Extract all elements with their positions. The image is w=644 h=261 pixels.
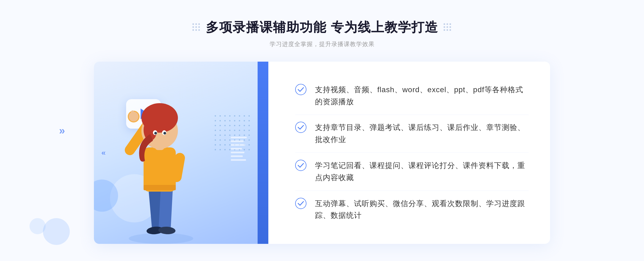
svg-rect-6 bbox=[144, 185, 176, 190]
check-icon-3 bbox=[295, 160, 306, 171]
svg-point-17 bbox=[163, 132, 166, 135]
check-icon-1 bbox=[295, 84, 306, 95]
svg-point-16 bbox=[154, 132, 157, 135]
features-list: 支持视频、音频、flash、word、excel、ppt、pdf等各种格式的资源… bbox=[268, 62, 550, 244]
feature-text-1: 支持视频、音频、flash、word、excel、ppt、pdf等各种格式的资源… bbox=[315, 84, 529, 108]
divider-1 bbox=[295, 115, 529, 115]
human-figure-illustration bbox=[115, 88, 207, 244]
left-illustration: « bbox=[94, 62, 268, 244]
feature-text-2: 支持章节目录、弹题考试、课后练习、课后作业、章节测验、批改作业 bbox=[315, 122, 529, 146]
main-content-card: « bbox=[94, 62, 550, 244]
divider-3 bbox=[295, 191, 529, 191]
left-dots-decoration bbox=[192, 23, 200, 31]
page-container: 多项录播课辅助功能 专为线上教学打造 学习进度全掌握，提升录播课教学效果 » bbox=[0, 0, 644, 261]
header-section: 多项录播课辅助功能 专为线上教学打造 学习进度全掌握，提升录播课教学效果 bbox=[192, 0, 451, 48]
svg-rect-19 bbox=[131, 110, 134, 118]
chevron-left-icon: « bbox=[101, 149, 106, 156]
bg-circle-1 bbox=[43, 218, 70, 245]
feature-item-4: 互动弹幕、试听购买、微信分享、观看次数限制、学习进度跟踪、数据统计 bbox=[295, 192, 529, 227]
page-subtitle: 学习进度全掌握，提升录播课教学效果 bbox=[192, 40, 451, 48]
outside-left-arrow: » bbox=[59, 125, 65, 137]
divider-2 bbox=[295, 152, 529, 153]
page-title: 多项录播课辅助功能 专为线上教学打造 bbox=[206, 19, 438, 36]
svg-rect-2 bbox=[159, 187, 173, 231]
left-chevrons: « bbox=[101, 149, 106, 156]
feature-text-3: 学习笔记回看、课程提问、课程评论打分、课件资料下载，重点内容收藏 bbox=[315, 160, 529, 184]
feature-item-1: 支持视频、音频、flash、word、excel、ppt、pdf等各种格式的资源… bbox=[295, 79, 529, 113]
feature-item-2: 支持章节目录、弹题考试、课后练习、课后作业、章节测验、批改作业 bbox=[295, 116, 529, 151]
check-icon-2 bbox=[295, 122, 306, 133]
right-dots-decoration bbox=[444, 23, 452, 31]
stripes-decoration bbox=[231, 137, 247, 169]
svg-point-0 bbox=[129, 233, 193, 244]
header-title-row: 多项录播课辅助功能 专为线上教学打造 bbox=[192, 19, 451, 36]
feature-text-4: 互动弹幕、试听购买、微信分享、观看次数限制、学习进度跟踪、数据统计 bbox=[315, 198, 529, 222]
check-icon-4 bbox=[295, 198, 306, 209]
blue-vertical-bar bbox=[258, 62, 268, 244]
bg-circle-2 bbox=[30, 218, 46, 234]
feature-item-3: 学习笔记回看、课程提问、课程评论打分、课件资料下载，重点内容收藏 bbox=[295, 154, 529, 189]
